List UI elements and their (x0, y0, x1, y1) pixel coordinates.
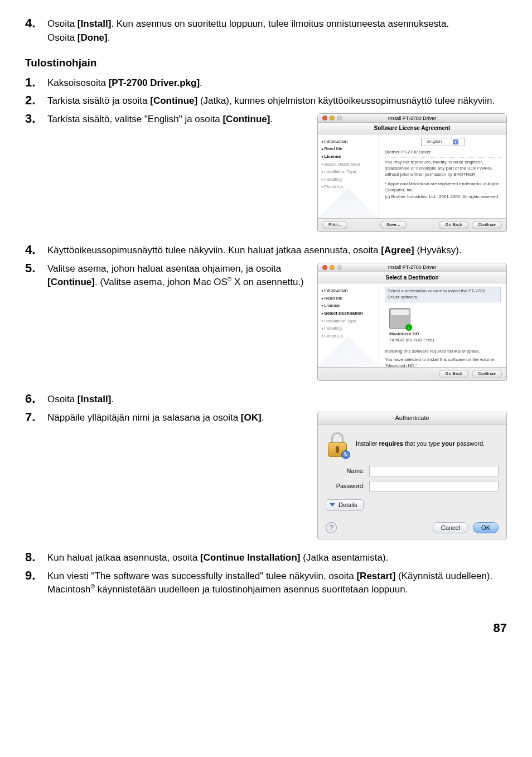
sidebar-item: Installing (321, 325, 375, 332)
text: (Jatka), kunnes ohjelmiston käyttöoikeus… (197, 95, 495, 106)
license-text: (c) Brother Industries, Ltd., 2001-2006.… (385, 194, 501, 200)
auth-prompt: Installer requires that you type your pa… (356, 440, 485, 448)
selected-volume-text: You have selected to install this softwa… (385, 357, 501, 369)
text: . Kun asennus on suoritettu loppuun, tul… (111, 18, 449, 29)
save-button[interactable]: Save... (380, 221, 407, 229)
refresh-badge-icon: ↻ (341, 450, 350, 459)
step-body: Kaksoisosoita [PT-2700 Driver.pkg]. (47, 76, 507, 91)
language-value: English (427, 139, 442, 145)
text: . (Valitse asema, johon Mac OS (95, 276, 228, 287)
installer-sidebar: Introduction Read Me License Select Dest… (318, 134, 379, 218)
sidebar-item: Installing (321, 176, 375, 184)
text: Installer (356, 440, 379, 447)
text: X on asennettu.) (231, 276, 303, 287)
text: (Jatka asentamista). (301, 552, 389, 563)
help-icon[interactable]: ? (326, 522, 337, 533)
text: . (200, 78, 202, 88)
text: Kun viesti "The software was successfull… (47, 571, 356, 581)
close-icon[interactable] (322, 115, 327, 120)
selected-check-icon: ↓ (405, 324, 412, 331)
page-number: 87 (25, 620, 507, 637)
text: Osoita (47, 32, 78, 43)
name-field[interactable] (369, 466, 499, 476)
minimize-icon[interactable] (330, 265, 335, 270)
authenticate-dialog: Authenticate ↻ Installer requires that y… (317, 412, 507, 540)
text: Tarkista sisältö ja osoita (47, 95, 150, 106)
installer-sidebar: Introduction Read Me License Select Dest… (318, 283, 379, 367)
window-subtitle: Software License Agreement (318, 123, 506, 134)
text: . (111, 394, 114, 404)
step-number: 2. (25, 94, 47, 107)
continue-button[interactable]: Continue (472, 221, 502, 229)
step-number: 8. (25, 551, 47, 564)
text: Käyttöoikeussopimusnäyttö tulee näkyviin… (47, 245, 381, 255)
sidebar-item: Installation Type (321, 168, 375, 176)
step-number: 5. (25, 262, 47, 275)
name-label: Name: (326, 467, 365, 475)
text: käynnistetään uudelleen ja tulostinohjai… (95, 584, 408, 595)
go-back-button[interactable]: Go Back (439, 221, 468, 229)
bold-ref: [Install] (78, 394, 111, 404)
dropdown-arrow-icon[interactable]: ▾ (453, 139, 458, 144)
bold-ref: [Done] (78, 32, 108, 43)
bold-ref: [PT-2700 Driver.pkg] (109, 78, 200, 88)
text: Kaksoisosoita (47, 78, 109, 88)
text: . (108, 32, 110, 43)
step-4-top: 4. Osoita [Install]. Kun asennus on suor… (25, 17, 507, 46)
minimize-icon[interactable] (330, 115, 335, 120)
license-text: You may not reproduce, modify, reverse e… (385, 160, 501, 177)
language-select[interactable]: English▾ (385, 138, 501, 146)
window-titlebar[interactable]: Install PT-2700 Driver (318, 263, 506, 272)
disclosure-triangle-icon (330, 503, 335, 507)
step-number: 4. (25, 243, 47, 257)
license-header: Brother PT-2700 Driver (385, 150, 501, 156)
step-body: Tarkista sisältö, valitse "English" ja o… (47, 112, 507, 239)
print-button[interactable]: Print... (322, 221, 347, 229)
step-8: 8. Kun haluat jatkaa asennusta, osoita [… (25, 551, 507, 566)
zoom-icon[interactable] (337, 265, 342, 270)
step-body: Kun haluat jatkaa asennusta, osoita [Con… (47, 551, 507, 566)
installer-license-window: Install PT-2700 Driver Software License … (317, 113, 507, 232)
zoom-icon[interactable] (337, 115, 342, 120)
text: password. (455, 440, 485, 447)
step-body: Käyttöoikeussopimusnäyttö tulee näkyviin… (47, 243, 507, 258)
bold-ref: [Agree] (381, 245, 414, 255)
go-back-button[interactable]: Go Back (439, 370, 468, 378)
step-7: 7. Näppäile ylläpitäjän nimi ja salasana… (25, 411, 507, 548)
bold-ref: [Continue] (223, 114, 270, 124)
bold-text: requires (379, 440, 403, 447)
bold-text: your (442, 440, 455, 447)
disk-name: Macintosh HD (389, 331, 419, 337)
license-text: * Apple and Macintosh are registered tra… (385, 181, 501, 194)
sidebar-background-art (318, 336, 379, 367)
continue-button[interactable]: Continue (472, 370, 502, 378)
text: . (270, 114, 273, 124)
step-number: 9. (25, 569, 47, 582)
password-field[interactable] (369, 481, 499, 491)
step-body: Osoita [Install]. Kun asennus on suorite… (47, 17, 507, 46)
step-body: Tarkista sisältö ja osoita [Continue] (J… (47, 94, 507, 109)
bold-ref: [Install] (78, 18, 111, 29)
step-number: 4. (25, 17, 47, 30)
ok-button[interactable]: OK (473, 522, 499, 534)
bold-ref: [OK] (241, 412, 262, 423)
disk-icon[interactable]: ↓ (389, 308, 410, 329)
step-9: 9. Kun viesti "The software was successf… (25, 569, 507, 597)
step-4: 4. Käyttöoikeussopimusnäyttö tulee näkyv… (25, 243, 507, 258)
lock-icon: ↻ (326, 431, 349, 457)
step-body: Kun viesti "The software was successfull… (47, 569, 507, 597)
destination-prompt: Select a destination volume to install t… (385, 287, 501, 302)
bold-ref: [Continue Installation] (200, 552, 300, 563)
sidebar-item: Select Destination (321, 310, 375, 317)
installer-main: Select a destination volume to install t… (379, 283, 506, 367)
sidebar-background-art (318, 187, 379, 218)
disk-size: 74.5GB (60.7GB Free) (389, 337, 434, 344)
bold-ref: [Continue] (47, 276, 95, 287)
window-footer: Print... Save... Go Back Continue (318, 218, 506, 232)
window-titlebar[interactable]: Install PT-2700 Driver (318, 114, 506, 123)
details-button[interactable]: Details (326, 499, 364, 511)
cancel-button[interactable]: Cancel (433, 522, 468, 534)
sidebar-item: Select Destination (321, 161, 375, 168)
step-5: 5. Valitse asema, johon haluat asentaa o… (25, 262, 507, 389)
close-icon[interactable] (322, 265, 327, 270)
